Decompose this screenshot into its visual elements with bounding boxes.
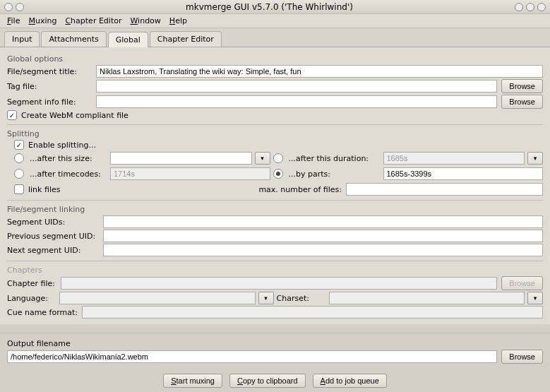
- file-segment-title-label: File/segment title:: [7, 67, 92, 76]
- tabs: Input Attachments Global Chapter Editor: [0, 28, 550, 47]
- after-size-radio[interactable]: [14, 153, 24, 163]
- segment-info-input[interactable]: [96, 95, 497, 108]
- output-filename-input[interactable]: [7, 350, 497, 363]
- start-muxing-button[interactable]: SStart muxingtart muxing: [163, 374, 222, 388]
- tag-file-label: Tag file:: [7, 82, 92, 91]
- chapter-file-input: [61, 277, 497, 290]
- menubar: File Muxing Chapter Editor Window Help: [0, 14, 550, 28]
- tab-input[interactable]: Input: [4, 31, 40, 47]
- after-size-input[interactable]: [110, 152, 252, 165]
- fsl-title: File/segment linking: [7, 205, 543, 214]
- segment-uids-input[interactable]: [103, 215, 543, 228]
- after-timecodes-input[interactable]: [110, 167, 270, 180]
- minimize-icon[interactable]: [515, 3, 523, 11]
- app-icon: [4, 3, 13, 11]
- tab-content: Global options File/segment title: Tag f…: [0, 47, 550, 324]
- link-files-checkbox[interactable]: [14, 184, 24, 194]
- prev-uid-input[interactable]: [103, 230, 543, 242]
- output-title: Output filename: [7, 339, 543, 348]
- chapter-file-browse-button: Browse: [501, 276, 543, 290]
- tab-chapter-editor[interactable]: Chapter Editor: [150, 31, 222, 47]
- chevron-down-icon: ▾: [264, 295, 268, 302]
- chevron-down-icon: ▾: [534, 295, 537, 302]
- after-duration-radio[interactable]: [273, 153, 283, 163]
- language-input: [59, 292, 256, 304]
- menu-window[interactable]: Window: [130, 16, 160, 25]
- cue-name-label: Cue name format:: [7, 308, 78, 317]
- after-duration-dropdown[interactable]: ▾: [527, 152, 543, 165]
- by-parts-input[interactable]: [383, 167, 544, 180]
- window-title: mkvmerge GUI v5.7.0 ('The Whirlwind'): [24, 2, 515, 12]
- next-uid-label: Next segment UID:: [7, 246, 99, 255]
- splitting-title: Splitting: [7, 129, 543, 138]
- add-to-job-queue-button[interactable]: Add to job queue: [313, 374, 387, 388]
- after-duration-label: ...after this duration:: [289, 154, 381, 163]
- segment-uids-label: Segment UIDs:: [7, 218, 99, 227]
- chapters-title: Chapters: [7, 266, 543, 275]
- max-files-label: max. number of files:: [258, 185, 342, 194]
- create-webm-checkbox[interactable]: [7, 110, 17, 120]
- by-parts-label: ...by parts:: [289, 170, 381, 179]
- tag-file-input[interactable]: [96, 80, 497, 93]
- create-webm-label: Create WebM compliant file: [21, 111, 128, 120]
- segment-info-label: Segment info file:: [7, 97, 92, 107]
- action-row: SStart muxingtart muxing Copy to clipboa…: [0, 368, 550, 392]
- app-icon-2: [16, 3, 24, 11]
- maximize-icon[interactable]: [526, 3, 534, 11]
- after-duration-input[interactable]: [383, 152, 525, 165]
- tab-global[interactable]: Global: [108, 32, 148, 47]
- charset-label: Charset:: [277, 294, 326, 303]
- next-uid-input[interactable]: [103, 244, 543, 256]
- enable-splitting-checkbox[interactable]: [14, 140, 24, 150]
- global-options-title: Global options: [7, 54, 543, 64]
- output-section: Output filename Browse: [0, 333, 550, 368]
- close-icon[interactable]: [537, 3, 546, 11]
- by-parts-radio[interactable]: [273, 169, 283, 179]
- after-timecodes-label: ...after timecodes:: [30, 170, 107, 179]
- link-files-label: link files: [28, 185, 60, 194]
- charset-dropdown: ▾: [527, 292, 543, 304]
- file-segment-title-input[interactable]: [96, 65, 543, 78]
- cue-name-input: [82, 306, 543, 319]
- chevron-down-icon: ▾: [534, 155, 537, 162]
- prev-uid-label: Previous segment UID:: [7, 232, 99, 241]
- language-label: Language:: [7, 294, 56, 303]
- tag-file-browse-button[interactable]: Browse: [501, 79, 543, 93]
- copy-to-clipboard-button[interactable]: Copy to clipboard: [229, 374, 306, 388]
- menu-help[interactable]: Help: [169, 16, 187, 25]
- tab-attachments[interactable]: Attachments: [41, 31, 106, 47]
- segment-info-browse-button[interactable]: Browse: [501, 95, 543, 109]
- menu-file[interactable]: File: [7, 16, 20, 25]
- titlebar: mkvmerge GUI v5.7.0 ('The Whirlwind'): [0, 0, 550, 14]
- output-browse-button[interactable]: Browse: [501, 350, 543, 364]
- enable-splitting-label: Enable splitting...: [28, 141, 96, 150]
- menu-muxing[interactable]: Muxing: [28, 16, 56, 25]
- chevron-down-icon: ▾: [261, 155, 264, 162]
- max-files-input[interactable]: [346, 183, 543, 196]
- language-dropdown: ▾: [258, 292, 274, 304]
- charset-input: [329, 292, 525, 304]
- menu-chapter-editor[interactable]: Chapter Editor: [65, 16, 121, 25]
- after-timecodes-radio[interactable]: [14, 169, 24, 179]
- after-size-dropdown[interactable]: ▾: [255, 152, 270, 165]
- chapter-file-label: Chapter file:: [7, 279, 56, 288]
- after-size-label: ...after this size:: [30, 154, 107, 163]
